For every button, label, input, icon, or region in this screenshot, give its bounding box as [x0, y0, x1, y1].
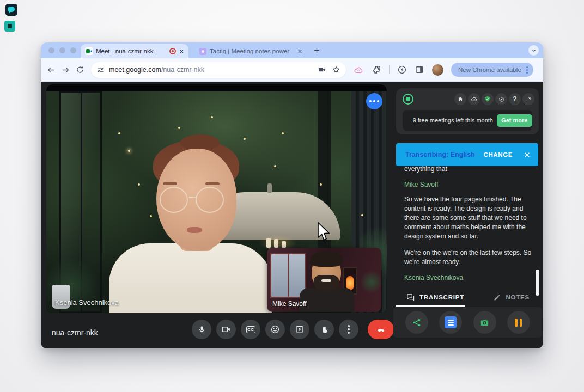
- profile-avatar[interactable]: [432, 64, 443, 76]
- tactiq-action-bar: [393, 307, 542, 338]
- tab-camera-icon[interactable]: [318, 65, 326, 74]
- end-call-button[interactable]: [368, 320, 394, 339]
- self-person-beard: [314, 275, 339, 291]
- browser-window: Meet - nua-czmr-nkk Tactiq | Meeting not…: [41, 42, 543, 348]
- tab-strip-chevron-button[interactable]: [528, 45, 539, 56]
- video-tile-remote: Ksenia Svechnikova Mike Savoff: [46, 84, 387, 313]
- self-person-smile: [321, 279, 331, 282]
- popout-button[interactable]: [522, 93, 534, 105]
- update-chrome-button[interactable]: New Chrome available: [451, 63, 533, 77]
- share-icon: [412, 317, 422, 328]
- back-button[interactable]: [46, 65, 56, 75]
- meet-page: Ksenia Svechnikova Mike Savoff nua-czmr-…: [41, 82, 543, 348]
- tactiq-widget-toolbar: ?: [454, 93, 534, 105]
- transcript-speaker: Ksenia Svechnikova: [404, 273, 538, 283]
- remote-person-shirt: [109, 243, 272, 313]
- transcript-panel[interactable]: everything that Mike Savoff So we have t…: [404, 164, 538, 289]
- transcript-chat-icon: [406, 293, 415, 302]
- new-tab-button[interactable]: [313, 47, 320, 54]
- tab-meet-close-icon[interactable]: [179, 49, 184, 54]
- present-screen-icon: [295, 324, 305, 334]
- tab-meet[interactable]: Meet - nua-czmr-nkk: [81, 44, 188, 58]
- video-letterbox: [46, 84, 387, 91]
- mic-button[interactable]: [192, 320, 211, 339]
- window-zoom-button[interactable]: [70, 47, 76, 53]
- tab-tactiq-title: Tactiq | Meeting notes power: [210, 48, 297, 54]
- remote-person-mouth: [187, 227, 202, 233]
- share-button[interactable]: [405, 311, 428, 334]
- camera-button[interactable]: [216, 320, 236, 339]
- self-person-shirt: [300, 288, 354, 312]
- recording-indicator-icon: [169, 48, 176, 54]
- banner-close-icon[interactable]: [524, 151, 531, 158]
- google-docs-icon: [445, 316, 457, 328]
- home-icon: [457, 96, 464, 102]
- dot: [373, 100, 375, 102]
- transcribing-status: Transcribing: English: [405, 151, 484, 158]
- forward-button[interactable]: [61, 65, 70, 75]
- reactions-button[interactable]: [265, 320, 285, 339]
- self-name-label: Mike Savoff: [272, 300, 306, 308]
- video-tile-self[interactable]: Mike Savoff: [267, 248, 381, 312]
- change-language-button[interactable]: CHANGE: [484, 151, 513, 158]
- window-close-button[interactable]: [48, 47, 54, 53]
- extensions-puzzle-icon[interactable]: [372, 65, 381, 75]
- more-dots-icon: [348, 328, 350, 330]
- meeting-code-label: nua-czmr-nkk: [52, 328, 98, 337]
- videocam-icon: [221, 324, 231, 334]
- eyebrow: [205, 182, 220, 185]
- url-bar[interactable]: meet.google.com/nua-czmr-nkk: [91, 62, 346, 78]
- raise-hand-icon: [320, 325, 329, 334]
- settings-button[interactable]: [495, 93, 507, 105]
- browser-menu-dots-icon[interactable]: [526, 69, 528, 71]
- tactiq-logo-icon: [403, 94, 413, 105]
- tab-notes[interactable]: NOTES: [493, 293, 530, 302]
- candle: [282, 241, 286, 248]
- glasses-lens: [160, 187, 188, 213]
- dot: [369, 100, 372, 102]
- screen-recorder-overlay-icon[interactable]: [4, 21, 15, 32]
- emoji-icon: [270, 324, 280, 334]
- quota-box: 9 free meetings left this month Get more: [403, 110, 532, 131]
- glasses-lens: [196, 187, 224, 213]
- candle: [274, 239, 278, 248]
- screenshot-button[interactable]: [473, 311, 496, 334]
- chat-bubble-overlay-icon[interactable]: [5, 4, 17, 16]
- transcript-line: So we have the four pages finished. The …: [404, 195, 538, 241]
- reload-button[interactable]: [76, 65, 84, 74]
- privacy-shield-button[interactable]: [482, 93, 494, 105]
- extension-pink-icon[interactable]: [354, 65, 364, 75]
- cloud-upload-button[interactable]: [468, 93, 480, 105]
- bookmark-star-icon[interactable]: [332, 65, 340, 74]
- tab-tactiq[interactable]: Tactiq | Meeting notes power: [195, 44, 307, 58]
- help-icon: ?: [513, 95, 516, 103]
- transcript-line: everything that: [404, 164, 538, 174]
- tab-tactiq-close-icon[interactable]: [297, 49, 302, 54]
- site-settings-icon[interactable]: [96, 66, 105, 74]
- remote-name-label: Ksenia Svechnikova: [55, 298, 119, 307]
- chat-overlay-button[interactable]: [366, 93, 382, 109]
- get-more-button[interactable]: Get more: [497, 114, 532, 127]
- side-panel-icon[interactable]: [415, 65, 424, 75]
- tab-meet-title: Meet - nua-czmr-nkk: [96, 48, 166, 54]
- mouse-cursor: [317, 222, 332, 243]
- raise-hand-button[interactable]: [314, 320, 334, 339]
- meet-favicon-icon: [85, 47, 93, 55]
- tab-transcript[interactable]: TRANSCRIPT: [406, 293, 464, 302]
- captions-icon: CC: [246, 326, 256, 333]
- export-docs-button[interactable]: [439, 311, 462, 334]
- more-options-button[interactable]: [339, 320, 358, 339]
- pause-button[interactable]: [507, 311, 530, 334]
- window-minimize-button[interactable]: [59, 47, 65, 53]
- screenshot-camera-icon: [479, 317, 490, 328]
- pip-plant: [361, 270, 381, 295]
- present-button[interactable]: [290, 320, 309, 339]
- captions-button[interactable]: CC: [241, 320, 260, 339]
- tab-notes-label: NOTES: [506, 294, 530, 301]
- battery-saver-icon[interactable]: [397, 65, 407, 75]
- transcript-line: We're on the we're on the last few steps…: [404, 248, 538, 267]
- pencil-icon: [493, 293, 501, 302]
- help-button[interactable]: ?: [509, 93, 521, 105]
- home-button[interactable]: [454, 93, 466, 105]
- eyebrow: [163, 182, 177, 185]
